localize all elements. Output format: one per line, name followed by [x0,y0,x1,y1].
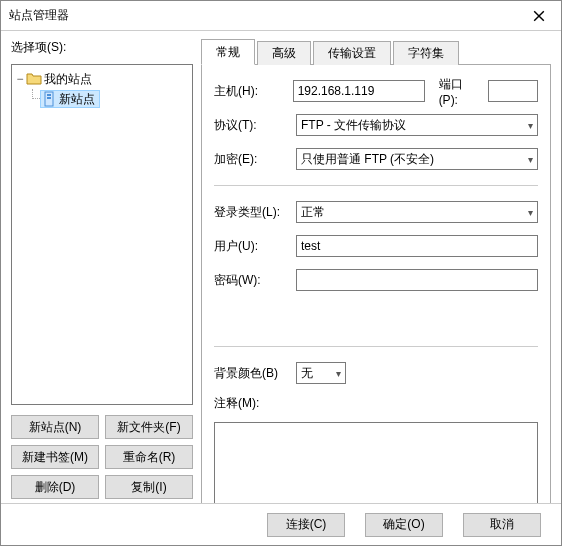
bgcolor-value: 无 [301,365,313,382]
tree-root[interactable]: − 我的站点 [14,69,190,89]
connect-button[interactable]: 连接(C) [267,513,345,537]
row-encryption: 加密(E): 只使用普通 FTP (不安全) ▾ [214,147,538,171]
row-bgcolor: 背景颜色(B) 无 ▾ [214,361,538,385]
window-title: 站点管理器 [9,7,69,24]
row-host: 主机(H): 端口(P): [214,79,538,103]
new-site-button[interactable]: 新站点(N) [11,415,99,439]
server-icon [41,91,57,107]
port-input[interactable] [488,80,538,102]
chevron-down-icon: ▾ [336,368,341,379]
port-label: 端口(P): [439,76,480,107]
comments-label: 注释(M): [214,395,538,412]
tab-bar: 常规 高级 传输设置 字符集 [201,39,551,65]
new-bookmark-button[interactable]: 新建书签(M) [11,445,99,469]
row-user: 用户(U): [214,234,538,258]
chevron-down-icon: ▾ [528,154,533,165]
ok-button[interactable]: 确定(O) [365,513,443,537]
dialog-body: 选择项(S): − 我的站点 新站点 [1,31,561,503]
comments-textarea[interactable] [214,422,538,503]
protocol-select[interactable]: FTP - 文件传输协议 ▾ [296,114,538,136]
svg-rect-1 [47,94,51,96]
protocol-value: FTP - 文件传输协议 [301,117,406,134]
tab-content-general: 主机(H): 端口(P): 协议(T): FTP - 文件传输协议 ▾ 加密(E… [201,65,551,503]
logon-value: 正常 [301,204,325,221]
titlebar: 站点管理器 [1,1,561,31]
encryption-select[interactable]: 只使用普通 FTP (不安全) ▾ [296,148,538,170]
tree-root-label: 我的站点 [44,71,92,88]
password-label: 密码(W): [214,272,288,289]
delete-button[interactable]: 删除(D) [11,475,99,499]
close-button[interactable] [516,1,561,31]
svg-rect-2 [47,97,51,99]
row-protocol: 协议(T): FTP - 文件传输协议 ▾ [214,113,538,137]
right-pane: 常规 高级 传输设置 字符集 主机(H): 端口(P): 协议(T): FTP … [201,39,551,499]
logon-select[interactable]: 正常 ▾ [296,201,538,223]
new-folder-button[interactable]: 新文件夹(F) [105,415,193,439]
select-entry-label: 选择项(S): [11,39,193,56]
tree-child-label: 新站点 [59,91,95,108]
row-logon: 登录类型(L): 正常 ▾ [214,200,538,224]
chevron-down-icon: ▾ [528,120,533,131]
tab-charset[interactable]: 字符集 [393,41,459,65]
collapse-icon[interactable]: − [14,72,26,86]
site-buttons: 新站点(N) 新文件夹(F) 新建书签(M) 重命名(R) 删除(D) 复制(I… [11,411,193,499]
encryption-value: 只使用普通 FTP (不安全) [301,151,434,168]
divider [214,185,538,186]
copy-button[interactable]: 复制(I) [105,475,193,499]
tree-child[interactable]: 新站点 [14,89,190,109]
cancel-button[interactable]: 取消 [463,513,541,537]
close-icon [533,10,545,22]
tab-advanced[interactable]: 高级 [257,41,311,65]
chevron-down-icon: ▾ [528,207,533,218]
bottom-bar: 连接(C) 确定(O) 取消 [1,503,561,545]
tab-general[interactable]: 常规 [201,39,255,65]
folder-icon [26,71,42,87]
password-input[interactable] [296,269,538,291]
left-pane: 选择项(S): − 我的站点 新站点 [11,39,193,499]
host-label: 主机(H): [214,83,285,100]
site-tree[interactable]: − 我的站点 新站点 [11,64,193,405]
rename-button[interactable]: 重命名(R) [105,445,193,469]
tree-line [32,89,40,99]
bgcolor-label: 背景颜色(B) [214,365,288,382]
bgcolor-select[interactable]: 无 ▾ [296,362,346,384]
spacer [214,302,538,332]
row-password: 密码(W): [214,268,538,292]
encryption-label: 加密(E): [214,151,288,168]
logon-label: 登录类型(L): [214,204,288,221]
divider [214,346,538,347]
protocol-label: 协议(T): [214,117,288,134]
user-input[interactable] [296,235,538,257]
user-label: 用户(U): [214,238,288,255]
host-input[interactable] [293,80,425,102]
site-manager-window: 站点管理器 选择项(S): − 我的站点 [0,0,562,546]
tab-transfer[interactable]: 传输设置 [313,41,391,65]
